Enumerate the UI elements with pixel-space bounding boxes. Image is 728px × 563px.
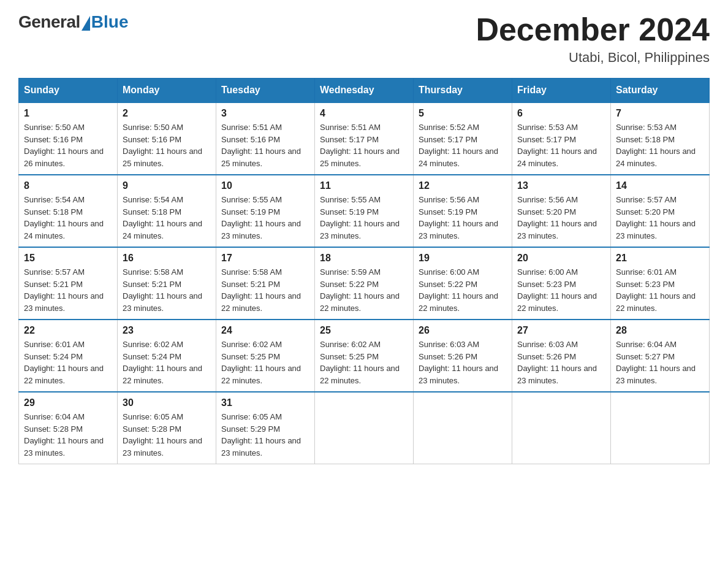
- day-number: 25: [320, 325, 408, 336]
- col-sunday: Sunday: [19, 79, 118, 103]
- calendar-week-4: 22 Sunrise: 6:01 AMSunset: 5:24 PMDaylig…: [19, 320, 710, 392]
- day-cell-empty-4-5: [512, 392, 611, 464]
- day-cell-22: 22 Sunrise: 6:01 AMSunset: 5:24 PMDaylig…: [19, 320, 118, 392]
- day-cell-7: 7 Sunrise: 5:53 AMSunset: 5:18 PMDayligh…: [611, 102, 710, 175]
- day-cell-10: 10 Sunrise: 5:55 AMSunset: 5:19 PMDaylig…: [216, 175, 315, 247]
- page-header: General Blue December 2024 Utabi, Bicol,…: [18, 12, 710, 66]
- day-number: 18: [320, 253, 408, 264]
- day-cell-4: 4 Sunrise: 5:51 AMSunset: 5:17 PMDayligh…: [315, 102, 414, 175]
- col-monday: Monday: [118, 79, 216, 103]
- calendar-table: Sunday Monday Tuesday Wednesday Thursday…: [18, 78, 710, 464]
- day-number: 17: [221, 253, 309, 264]
- day-cell-17: 17 Sunrise: 5:58 AMSunset: 5:21 PMDaylig…: [216, 247, 315, 320]
- day-info: Sunrise: 5:53 AMSunset: 5:18 PMDaylight:…: [616, 121, 704, 169]
- day-info: Sunrise: 6:03 AMSunset: 5:26 PMDaylight:…: [517, 339, 605, 386]
- day-info: Sunrise: 5:51 AMSunset: 5:16 PMDaylight:…: [221, 121, 309, 169]
- day-number: 11: [320, 180, 408, 191]
- day-number: 23: [123, 325, 211, 336]
- day-info: Sunrise: 5:57 AMSunset: 5:21 PMDaylight:…: [24, 266, 112, 314]
- col-saturday: Saturday: [611, 79, 710, 103]
- day-info: Sunrise: 6:05 AMSunset: 5:28 PMDaylight:…: [123, 411, 211, 459]
- day-info: Sunrise: 5:54 AMSunset: 5:18 PMDaylight:…: [123, 194, 211, 242]
- day-number: 26: [419, 325, 507, 336]
- day-number: 1: [24, 108, 112, 119]
- day-cell-27: 27 Sunrise: 6:03 AMSunset: 5:26 PMDaylig…: [512, 320, 611, 392]
- day-cell-empty-4-4: [414, 392, 512, 464]
- day-number: 9: [123, 180, 211, 191]
- day-info: Sunrise: 5:50 AMSunset: 5:16 PMDaylight:…: [123, 121, 211, 169]
- day-cell-3: 3 Sunrise: 5:51 AMSunset: 5:16 PMDayligh…: [216, 102, 315, 175]
- day-number: 29: [24, 397, 112, 408]
- day-cell-29: 29 Sunrise: 6:04 AMSunset: 5:28 PMDaylig…: [19, 392, 118, 464]
- day-number: 12: [419, 180, 507, 191]
- calendar-header-row: Sunday Monday Tuesday Wednesday Thursday…: [19, 79, 710, 103]
- day-number: 15: [24, 253, 112, 264]
- day-info: Sunrise: 5:54 AMSunset: 5:18 PMDaylight:…: [24, 194, 112, 242]
- logo: General Blue: [18, 12, 128, 32]
- day-number: 8: [24, 180, 112, 191]
- day-cell-13: 13 Sunrise: 5:56 AMSunset: 5:20 PMDaylig…: [512, 175, 611, 247]
- day-number: 20: [517, 253, 605, 264]
- day-cell-21: 21 Sunrise: 6:01 AMSunset: 5:23 PMDaylig…: [611, 247, 710, 320]
- day-info: Sunrise: 5:56 AMSunset: 5:20 PMDaylight:…: [517, 194, 605, 242]
- day-info: Sunrise: 6:00 AMSunset: 5:23 PMDaylight:…: [517, 266, 605, 314]
- day-cell-empty-4-3: [315, 392, 414, 464]
- day-number: 30: [123, 397, 211, 408]
- day-number: 27: [517, 325, 605, 336]
- day-number: 13: [517, 180, 605, 191]
- col-friday: Friday: [512, 79, 611, 103]
- month-title: December 2024: [476, 12, 710, 47]
- day-cell-14: 14 Sunrise: 5:57 AMSunset: 5:20 PMDaylig…: [611, 175, 710, 247]
- day-info: Sunrise: 5:53 AMSunset: 5:17 PMDaylight:…: [517, 121, 605, 169]
- day-number: 14: [616, 180, 704, 191]
- day-number: 3: [221, 108, 309, 119]
- day-number: 5: [419, 108, 507, 119]
- day-number: 28: [616, 325, 704, 336]
- col-tuesday: Tuesday: [216, 79, 315, 103]
- day-info: Sunrise: 6:02 AMSunset: 5:24 PMDaylight:…: [123, 339, 211, 386]
- day-info: Sunrise: 5:52 AMSunset: 5:17 PMDaylight:…: [419, 121, 507, 169]
- day-number: 31: [221, 397, 309, 408]
- day-info: Sunrise: 5:59 AMSunset: 5:22 PMDaylight:…: [320, 266, 408, 314]
- day-number: 21: [616, 253, 704, 264]
- location-subtitle: Utabi, Bicol, Philippines: [476, 50, 710, 66]
- day-cell-2: 2 Sunrise: 5:50 AMSunset: 5:16 PMDayligh…: [118, 102, 216, 175]
- day-number: 10: [221, 180, 309, 191]
- day-info: Sunrise: 5:55 AMSunset: 5:19 PMDaylight:…: [221, 194, 309, 242]
- day-number: 16: [123, 253, 211, 264]
- day-cell-19: 19 Sunrise: 6:00 AMSunset: 5:22 PMDaylig…: [414, 247, 512, 320]
- day-cell-9: 9 Sunrise: 5:54 AMSunset: 5:18 PMDayligh…: [118, 175, 216, 247]
- day-info: Sunrise: 5:57 AMSunset: 5:20 PMDaylight:…: [616, 194, 704, 242]
- day-number: 4: [320, 108, 408, 119]
- day-info: Sunrise: 6:02 AMSunset: 5:25 PMDaylight:…: [221, 339, 309, 386]
- day-cell-6: 6 Sunrise: 5:53 AMSunset: 5:17 PMDayligh…: [512, 102, 611, 175]
- day-cell-12: 12 Sunrise: 5:56 AMSunset: 5:19 PMDaylig…: [414, 175, 512, 247]
- day-info: Sunrise: 6:04 AMSunset: 5:28 PMDaylight:…: [24, 411, 112, 459]
- day-cell-1: 1 Sunrise: 5:50 AMSunset: 5:16 PMDayligh…: [19, 102, 118, 175]
- day-info: Sunrise: 5:50 AMSunset: 5:16 PMDaylight:…: [24, 121, 112, 169]
- day-number: 19: [419, 253, 507, 264]
- logo-blue-text: Blue: [91, 12, 129, 32]
- day-cell-18: 18 Sunrise: 5:59 AMSunset: 5:22 PMDaylig…: [315, 247, 414, 320]
- calendar-week-2: 8 Sunrise: 5:54 AMSunset: 5:18 PMDayligh…: [19, 175, 710, 247]
- day-cell-31: 31 Sunrise: 6:05 AMSunset: 5:29 PMDaylig…: [216, 392, 315, 464]
- day-number: 6: [517, 108, 605, 119]
- col-thursday: Thursday: [414, 79, 512, 103]
- day-info: Sunrise: 5:51 AMSunset: 5:17 PMDaylight:…: [320, 121, 408, 169]
- day-cell-8: 8 Sunrise: 5:54 AMSunset: 5:18 PMDayligh…: [19, 175, 118, 247]
- day-cell-15: 15 Sunrise: 5:57 AMSunset: 5:21 PMDaylig…: [19, 247, 118, 320]
- col-wednesday: Wednesday: [315, 79, 414, 103]
- day-cell-23: 23 Sunrise: 6:02 AMSunset: 5:24 PMDaylig…: [118, 320, 216, 392]
- day-info: Sunrise: 6:05 AMSunset: 5:29 PMDaylight:…: [221, 411, 309, 459]
- day-cell-empty-4-6: [611, 392, 710, 464]
- day-info: Sunrise: 6:02 AMSunset: 5:25 PMDaylight:…: [320, 339, 408, 386]
- calendar-week-5: 29 Sunrise: 6:04 AMSunset: 5:28 PMDaylig…: [19, 392, 710, 464]
- logo-general-text: General: [18, 12, 80, 32]
- day-info: Sunrise: 6:03 AMSunset: 5:26 PMDaylight:…: [419, 339, 507, 386]
- logo-triangle-icon: [82, 16, 90, 31]
- day-cell-16: 16 Sunrise: 5:58 AMSunset: 5:21 PMDaylig…: [118, 247, 216, 320]
- calendar-week-1: 1 Sunrise: 5:50 AMSunset: 5:16 PMDayligh…: [19, 102, 710, 175]
- day-info: Sunrise: 5:55 AMSunset: 5:19 PMDaylight:…: [320, 194, 408, 242]
- day-cell-25: 25 Sunrise: 6:02 AMSunset: 5:25 PMDaylig…: [315, 320, 414, 392]
- day-info: Sunrise: 6:01 AMSunset: 5:24 PMDaylight:…: [24, 339, 112, 386]
